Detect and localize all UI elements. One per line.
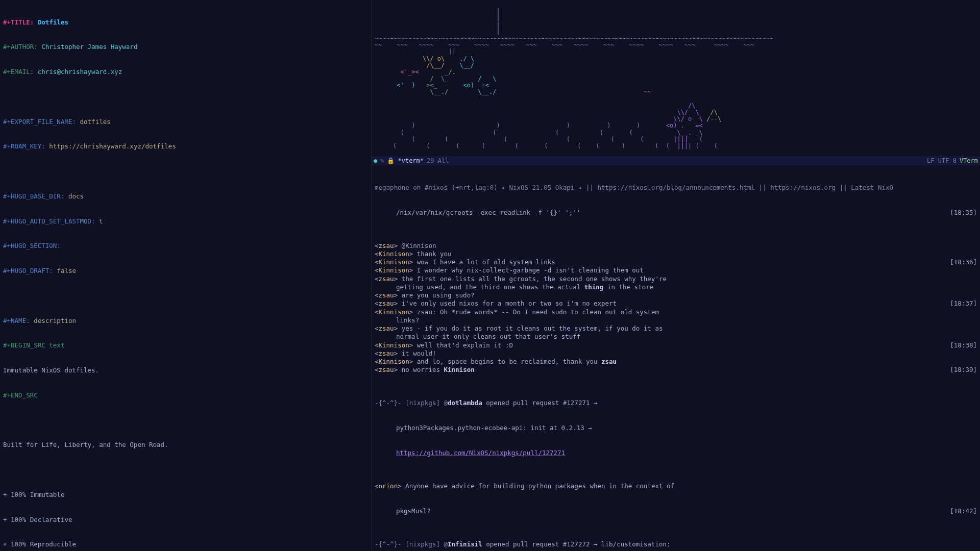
irc-timestamp [946, 316, 977, 324]
irc-timestamp [946, 283, 977, 291]
pr1-b: opened pull request #127271 → [482, 399, 598, 407]
end-src-1: #+END_SRC [3, 391, 38, 399]
nick: Kinnison [379, 358, 409, 365]
org-author-val: Christopher James Hayward [41, 43, 137, 51]
vterm-ml-enc: LF UTF-8 [927, 156, 957, 165]
bot-prefix-2: -{^-^}- [375, 540, 402, 548]
irc-msg: getting used, and the third one shows th… [396, 283, 584, 291]
irc-msg: yes - if you do it as root it cleans out… [402, 324, 663, 332]
name-desc-val: description [34, 317, 76, 324]
org-email-key: #+EMAIL: [3, 68, 34, 76]
irc-msg-tail: in the store [603, 283, 653, 291]
irc-msg: I wonder why nix-collect-garbage -d isn'… [417, 266, 644, 274]
irc-msg: @Kinnison [402, 242, 436, 249]
org-buffer-pane: #+TITLE: Dotfiles #+AUTHOR: Christopher … [0, 0, 372, 551]
irc-timestamp: [18:38] [946, 341, 977, 349]
org-title-val: Dotfiles [38, 18, 68, 26]
nick: zsau [379, 366, 394, 373]
irc-msg: it would! [402, 349, 436, 357]
irc-timestamp [946, 266, 977, 274]
vterm-pane: | | | | ~~~~~~~~~~~~~~~~~~~~~~~~~~~~~~~~… [372, 0, 980, 165]
org-buffer[interactable]: #+TITLE: Dotfiles #+AUTHOR: Christopher … [0, 0, 371, 551]
org-author-key: #+AUTHOR: [3, 43, 38, 51]
irc-highlight: Kinnison [444, 366, 475, 373]
org-roam-val: https://chrishayward.xyz/dotfiles [49, 142, 176, 150]
hugo-draft-key: #+HUGO_DRAFT: [3, 267, 53, 274]
vterm-ml-mode: VTerm [960, 156, 978, 165]
nick: zsau [379, 291, 394, 299]
pr1-a: [nixpkgs] @ [402, 399, 448, 407]
irc-timestamp [946, 349, 977, 358]
irc-timestamp [946, 242, 977, 250]
bullet-reproducible: + 100% Reproducible [3, 540, 76, 548]
irc-topic-b: NixOS 21.05 Okapi [505, 184, 578, 191]
irc-ts-topic2: [18:35] [946, 209, 977, 217]
irc-msg: zsau: Oh *rude words* -- Do I need sudo … [417, 308, 659, 316]
org-email-val: chris@chrishayward.xyz [38, 68, 122, 76]
desc-body: Immutable NixOS dotfiles. [3, 366, 99, 374]
tagline: Built for Life, Liberty, and the Open Ro… [3, 441, 168, 448]
vterm-ml-buffer[interactable]: *vterm* [398, 156, 424, 165]
nick: Kinnison [379, 341, 409, 349]
begin-src-text: #+BEGIN_SRC text [3, 341, 64, 349]
irc-msg: wow I have a lot of old system links [417, 258, 555, 266]
pencil-icon: ✎ [380, 156, 384, 165]
pr2-b: opened pull request #127272 → lib/custom… [482, 540, 671, 548]
pr2-nick: Infinisil [448, 540, 482, 548]
circle-icon: ● [374, 156, 377, 165]
irc-timestamp: [18:36] [946, 258, 977, 266]
nick: zsau [379, 275, 394, 283]
irc-msg: are you using sudo? [402, 291, 475, 299]
bot-prefix: -{^-^}- [375, 399, 402, 407]
irc-pane: megaphone on #nixos (+nrt,lag:0) ✦ NixOS… [372, 165, 980, 551]
nick: zsau [379, 324, 394, 332]
irc-msg: thank you [417, 250, 452, 258]
irc-msg: normal user it only cleans out that user… [396, 333, 580, 340]
vterm-buffer[interactable]: | | | | ~~~~~~~~~~~~~~~~~~~~~~~~~~~~~~~~… [372, 0, 980, 156]
irc-timestamp [946, 324, 977, 333]
irc-highlight: thing [584, 283, 604, 291]
irc-buffer[interactable]: megaphone on #nixos (+nrt,lag:0) ✦ NixOS… [372, 165, 980, 551]
nick: zsau [379, 299, 394, 307]
irc-msg: the first one lists all the gcroots, the… [402, 275, 667, 283]
irc-timestamp [946, 291, 977, 299]
name-desc-key: #+NAME: [3, 317, 30, 324]
pr2-a: [nixpkgs] @ [402, 540, 448, 548]
vterm-ml-pos: 29 All [427, 156, 449, 165]
org-title-key: #+TITLE: [3, 18, 34, 26]
pr1-nick: dotlambda [448, 399, 482, 407]
orion-ts: [18:42] [946, 507, 977, 515]
orion-msg: Anyone have advice for building python p… [405, 482, 674, 490]
org-export-val: dotfiles [80, 118, 111, 126]
irc-timestamp: [18:37] [946, 299, 977, 308]
irc-msg: links? [396, 316, 419, 324]
nick: Kinnison [379, 250, 409, 258]
irc-topic-c: || https://nixos.org/blog/announcements.… [582, 184, 893, 191]
irc-timestamp [946, 250, 977, 258]
org-export-key: #+EXPORT_FILE_NAME: [3, 118, 76, 126]
orion-msg2: pkgsMusl? [396, 507, 431, 515]
irc-msg: i've only used nixos for a month or two … [402, 299, 617, 307]
nick: zsau [379, 349, 394, 357]
pr1-url[interactable]: https://github.com/NixOS/nixpkgs/pull/12… [396, 449, 565, 457]
bullet-declarative: + 100% Declarative [3, 516, 72, 523]
hugo-section-key: #+HUGO_SECTION: [3, 242, 61, 249]
nick: Kinnison [379, 266, 409, 274]
pr1-c: python3Packages.python-ecobee-api: init … [396, 424, 592, 432]
irc-highlight: zsau [601, 358, 617, 365]
irc-timestamp [946, 333, 977, 341]
org-roam-key: #+ROAM_KEY: [3, 142, 45, 150]
nick: Kinnison [379, 308, 409, 316]
irc-topic2: /nix/var/nix/gcroots -exec readlink -f '… [396, 209, 580, 216]
irc-topic-a: megaphone on #nixos (+nrt,lag:0) [375, 184, 501, 191]
hugo-base-key: #+HUGO_BASE_DIR: [3, 192, 64, 200]
lock-icon: 🔒 [387, 156, 395, 165]
irc-timestamp [946, 275, 977, 283]
irc-timestamp [946, 308, 977, 316]
bullet-immutable: + 100% Immutable [3, 491, 64, 498]
irc-timestamp [946, 358, 977, 366]
irc-msg: and lo, space begins to be reclaimed, th… [417, 358, 601, 365]
hugo-lastmod-val: t [99, 217, 103, 225]
hugo-base-val: docs [68, 192, 84, 200]
irc-msg: well that'd explain it :D [417, 341, 513, 349]
